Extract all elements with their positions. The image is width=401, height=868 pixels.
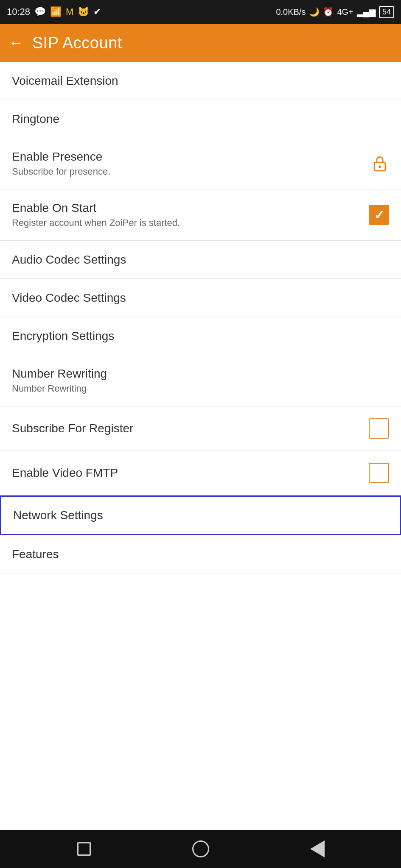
video-fmtp-text: Enable Video FMTP — [12, 466, 118, 480]
ringtone-item[interactable]: Ringtone — [0, 100, 401, 138]
encryption-text: Encryption Settings — [12, 329, 114, 343]
enable-presence-title: Enable Presence — [12, 150, 110, 164]
enable-on-start-title: Enable On Start — [12, 201, 180, 215]
battery-indicator: 54 — [379, 6, 394, 18]
video-codec-settings-item[interactable]: Video Codec Settings — [0, 279, 401, 317]
subscribe-register-text: Subscribe For Register — [12, 422, 133, 435]
number-rewriting-title: Number Rewriting — [12, 367, 107, 381]
voicemail-extension-item[interactable]: Voicemail Extension — [0, 62, 401, 100]
app-bar: ← SIP Account — [0, 24, 401, 62]
video-fmtp-title: Enable Video FMTP — [12, 466, 118, 480]
back-icon — [310, 840, 325, 857]
alarm-icon: ⏰ — [323, 7, 334, 17]
moon-icon: 🌙 — [309, 7, 320, 17]
time-display: 10:28 — [7, 6, 30, 17]
network-speed: 0.0KB/s — [276, 7, 306, 17]
bottom-navigation — [0, 830, 401, 868]
check-icon: ✔ — [93, 6, 101, 17]
number-rewriting-subtitle: Number Rewriting — [12, 383, 107, 394]
audio-codec-settings-item[interactable]: Audio Codec Settings — [0, 241, 401, 279]
video-fmtp-checkbox[interactable] — [369, 463, 389, 483]
mcdonalds-icon: M — [66, 6, 73, 17]
signal-4g-icon: 4G+ — [337, 7, 353, 17]
status-right: 0.0KB/s 🌙 ⏰ 4G+ ▂▄▆ 54 — [276, 6, 394, 18]
ringtone-title: Ringtone — [12, 112, 59, 126]
back-button[interactable]: ← — [8, 34, 24, 52]
nav-recents-button[interactable] — [74, 839, 94, 859]
wifi-signal-icon: ▂▄▆ — [357, 7, 376, 17]
lock-icon — [370, 154, 389, 173]
enable-on-start-item[interactable]: Enable On Start Register account when Zo… — [0, 189, 401, 241]
video-codec-text: Video Codec Settings — [12, 291, 126, 305]
enable-presence-item[interactable]: Enable Presence Subscribe for presence. — [0, 138, 401, 189]
network-settings-item[interactable]: Network Settings — [0, 495, 401, 535]
nav-home-button[interactable] — [191, 839, 211, 859]
enable-on-start-text: Enable On Start Register account when Zo… — [12, 201, 180, 228]
cat-icon: 🐱 — [78, 6, 89, 17]
checkbox-unchecked-icon — [369, 418, 389, 439]
features-item[interactable]: Features — [0, 535, 401, 573]
ringtone-text: Ringtone — [12, 112, 59, 126]
enable-on-start-checkbox[interactable] — [369, 205, 389, 225]
encryption-settings-item[interactable]: Encryption Settings — [0, 317, 401, 355]
number-rewriting-item[interactable]: Number Rewriting Number Rewriting — [0, 355, 401, 406]
settings-list: Voicemail Extension Ringtone Enable Pres… — [0, 62, 401, 830]
subscribe-register-checkbox[interactable] — [369, 418, 389, 439]
network-settings-text: Network Settings — [13, 509, 103, 522]
checkbox-checked-icon — [369, 205, 389, 225]
audio-codec-title: Audio Codec Settings — [12, 253, 126, 267]
video-codec-title: Video Codec Settings — [12, 291, 126, 305]
subscribe-register-title: Subscribe For Register — [12, 422, 133, 435]
checkbox-unchecked-icon-2 — [369, 463, 389, 483]
voicemail-extension-text: Voicemail Extension — [12, 74, 118, 88]
signal-icon: 📶 — [50, 6, 62, 17]
subscribe-for-register-item[interactable]: Subscribe For Register — [0, 406, 401, 451]
recents-icon — [77, 842, 91, 856]
svg-rect-1 — [379, 165, 381, 168]
enable-presence-subtitle: Subscribe for presence. — [12, 166, 110, 177]
features-text: Features — [12, 548, 59, 561]
voicemail-extension-title: Voicemail Extension — [12, 74, 118, 88]
audio-codec-text: Audio Codec Settings — [12, 253, 126, 267]
encryption-title: Encryption Settings — [12, 329, 114, 343]
nav-back-button[interactable] — [307, 839, 328, 859]
status-bar: 10:28 💬 📶 M 🐱 ✔ 0.0KB/s 🌙 ⏰ 4G+ ▂▄▆ 54 — [0, 0, 401, 24]
number-rewriting-text: Number Rewriting Number Rewriting — [12, 367, 107, 394]
home-icon — [192, 840, 209, 857]
status-left: 10:28 💬 📶 M 🐱 ✔ — [7, 6, 101, 17]
enable-video-fmtp-item[interactable]: Enable Video FMTP — [0, 451, 401, 495]
whatsapp-icon: 💬 — [34, 6, 46, 17]
features-title: Features — [12, 548, 59, 561]
enable-on-start-subtitle: Register account when ZoiPer is started. — [12, 217, 180, 228]
page-title: SIP Account — [32, 34, 122, 52]
enable-presence-text: Enable Presence Subscribe for presence. — [12, 150, 110, 177]
network-settings-title: Network Settings — [13, 509, 103, 522]
